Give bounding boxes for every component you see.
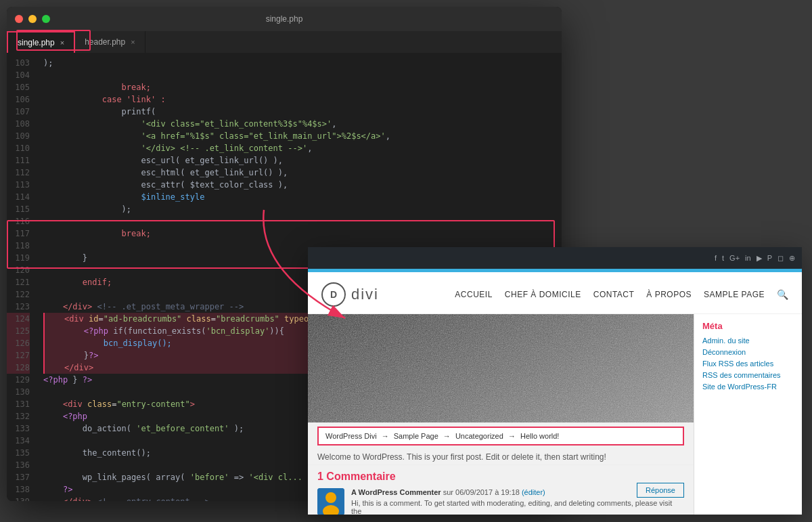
breadcrumb-uncategorized[interactable]: Uncategorized: [455, 432, 503, 440]
social-facebook-icon[interactable]: f: [715, 254, 717, 262]
nav-sample-page[interactable]: Sample Page: [704, 290, 765, 299]
line-numbers: 103104105106107 108109110111112 11311411…: [7, 53, 37, 501]
sidebar-link-rss-comments[interactable]: RSS des commentaires: [702, 371, 794, 379]
reply-button[interactable]: Réponse: [637, 483, 684, 498]
svg-rect-0: [308, 314, 694, 422]
comment-edit-link[interactable]: (éditer): [522, 488, 545, 496]
line-115: );: [43, 203, 562, 215]
search-icon[interactable]: 🔍: [777, 289, 788, 300]
comment-row: A WordPress Commenter sur 06/09/2017 à 1…: [317, 488, 684, 515]
social-rss-icon[interactable]: ⊕: [789, 254, 795, 263]
sidebar-link-rss-articles[interactable]: Flux RSS des articles: [702, 360, 794, 368]
nav-accueil[interactable]: ACCUEIL: [455, 290, 493, 299]
breadcrumb-arrow-1: →: [382, 432, 391, 440]
breadcrumb-sample-page[interactable]: Sample Page: [394, 432, 438, 440]
tab-single-php[interactable]: single.php ×: [7, 31, 75, 53]
line-114: $inline_style: [43, 191, 562, 203]
sidebar-link-deconnexion[interactable]: Déconnexion: [702, 348, 794, 356]
maximize-button[interactable]: [42, 15, 50, 23]
social-pinterest-icon[interactable]: P: [767, 254, 772, 262]
line-116: [43, 215, 562, 227]
nav-contact[interactable]: CONTACT: [593, 290, 635, 299]
wp-navigation: ACCUEIL CHEF À DOMICILE CONTACT À PROPOS…: [455, 289, 788, 300]
line-103: );: [43, 57, 562, 69]
window-title: single.php: [266, 14, 303, 24]
comment-author-line: A WordPress Commenter sur 06/09/2017 à 1…: [351, 488, 684, 496]
social-youtube-icon[interactable]: ▶: [757, 254, 762, 263]
editor-tabs: single.php × header.php ×: [7, 31, 562, 53]
svg-rect-1: [308, 314, 694, 422]
line-104: [43, 69, 562, 81]
wordpress-preview: f t G+ in ▶ P ◻ ⊕ D divi ACCUEIL CHEF À …: [308, 247, 802, 515]
sidebar-meta-title: Méta: [702, 321, 794, 331]
wp-sidebar: Méta Admin. du site Déconnexion Flux RSS…: [694, 314, 802, 515]
post-excerpt: Welcome to WordPress. This is your first…: [308, 450, 694, 464]
social-twitter-icon[interactable]: t: [722, 254, 724, 262]
breadcrumb-arrow-3: →: [508, 432, 518, 440]
breadcrumb-bar: WordPress Divi → Sample Page → Uncategor…: [317, 427, 684, 445]
wp-comments-section: 1 Commentaire A WordPress Commenter sur …: [308, 464, 694, 515]
line-113: esc_attr( $text_color_class ),: [43, 179, 562, 191]
tab-header-php-label: header.php: [85, 37, 125, 47]
line-106: case 'link' :: [43, 93, 562, 106]
nav-chef[interactable]: CHEF À DOMICILE: [505, 290, 581, 299]
breadcrumb-home[interactable]: WordPress Divi: [325, 432, 377, 440]
comment-text: Hi, this is a comment. To get started wi…: [351, 499, 684, 515]
divi-logo: D divi: [321, 282, 379, 307]
nav-apropos[interactable]: À PROPOS: [646, 290, 692, 299]
comment-avatar: [317, 488, 344, 515]
line-108: '<div class="et_link_content%3$s"%4$s>',: [43, 118, 562, 130]
divi-logo-letter: D: [330, 289, 337, 300]
line-105: break;: [43, 81, 562, 93]
sidebar-link-admin[interactable]: Admin. du site: [702, 336, 794, 345]
line-112: esc_html( et_get_link_url() ),: [43, 167, 562, 179]
tab-single-php-label: single.php: [18, 38, 55, 47]
titlebar: single.php: [7, 7, 562, 31]
line-117: break;: [43, 227, 562, 240]
line-111: esc_url( et_get_link_url() ),: [43, 154, 562, 167]
svg-point-3: [325, 492, 336, 503]
breadcrumb-arrow-2: →: [443, 432, 453, 440]
divi-logo-circle: D: [321, 282, 346, 307]
wp-admin-bar: f t G+ in ▶ P ◻ ⊕: [308, 247, 802, 269]
wp-content-area: WordPress Divi → Sample Page → Uncategor…: [308, 314, 802, 515]
social-googleplus-icon[interactable]: G+: [729, 254, 740, 262]
breadcrumb-hello-world[interactable]: Hello world!: [520, 432, 559, 440]
comment-date: sur 06/09/2017 à 19:18: [443, 488, 522, 496]
line-107: printf(: [43, 106, 562, 118]
line-110: '</div> <!-- .et_link_content -->',: [43, 142, 562, 154]
comment-body: A WordPress Commenter sur 06/09/2017 à 1…: [351, 488, 684, 515]
social-instagram-icon[interactable]: ◻: [777, 254, 784, 263]
sidebar-link-wordpress-fr[interactable]: Site de WordPress-FR: [702, 383, 794, 391]
traffic-lights: [15, 15, 50, 23]
minimize-button[interactable]: [28, 15, 37, 23]
divi-logo-text: divi: [351, 286, 379, 303]
wp-hero-image: [308, 314, 694, 422]
tab-header-php[interactable]: header.php ×: [75, 31, 145, 53]
wp-main-content: WordPress Divi → Sample Page → Uncategor…: [308, 314, 694, 515]
close-button[interactable]: [15, 15, 23, 23]
comments-title: 1 Commentaire: [317, 471, 684, 483]
tab-single-php-close[interactable]: ×: [60, 39, 64, 47]
comment-author-name: A WordPress Commenter: [351, 488, 441, 496]
tab-header-php-close[interactable]: ×: [131, 38, 135, 46]
line-109: '<a href="%1$s" class="et_link_main_url"…: [43, 130, 562, 142]
social-linkedin-icon[interactable]: in: [745, 254, 751, 262]
wp-header: D divi ACCUEIL CHEF À DOMICILE CONTACT À…: [308, 272, 802, 314]
